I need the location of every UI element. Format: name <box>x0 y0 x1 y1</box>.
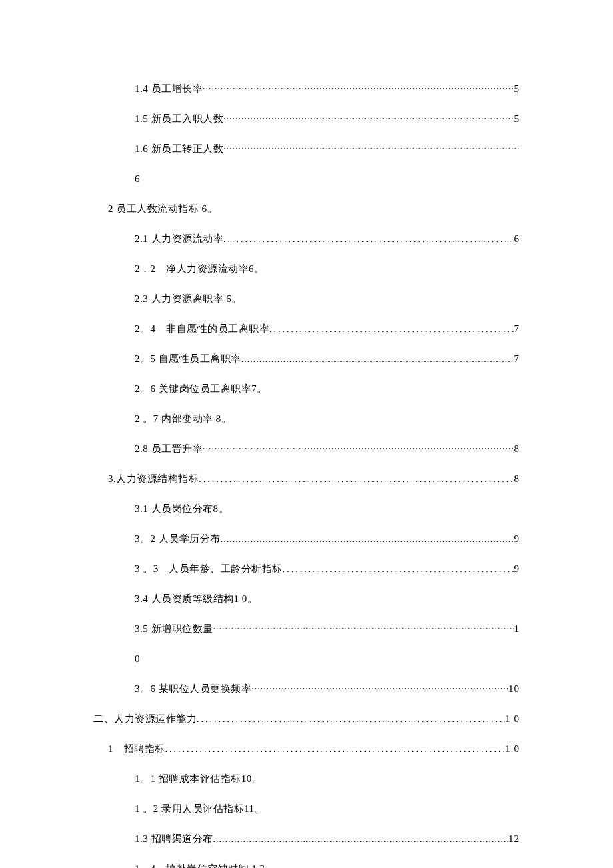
toc-page-number: 5 <box>514 80 520 98</box>
toc-entry: 3.4 人员资质等级结构1 0。 <box>135 590 520 608</box>
toc-entry-text: 1.3 招聘渠道分布 <box>135 830 213 848</box>
toc-entry: 2.8 员工晋升率8 <box>135 440 520 458</box>
toc-leader <box>269 321 514 337</box>
toc-page-number: 1 0 <box>505 710 520 728</box>
toc-leader <box>213 831 509 847</box>
toc-page-number: 8 <box>514 470 520 488</box>
toc-page-number: 9 <box>514 530 520 548</box>
toc-leader <box>251 681 508 697</box>
toc-leader <box>223 141 520 157</box>
toc-leader <box>223 231 514 247</box>
toc-page-number: 1 0 <box>505 740 520 758</box>
toc-page-number: 6 <box>514 230 520 248</box>
toc-entry-text: 3.4 人员资质等级结构1 0。 <box>135 590 257 608</box>
toc-entry: 3.1 人员岗位分布8。 <box>135 500 520 518</box>
toc-entry: 2.1 人力资源流动率6 <box>135 230 520 248</box>
toc-leader <box>197 711 505 727</box>
toc-entry: 2 员工人数流动指标 6。 <box>108 200 520 218</box>
toc-entry: 3.5 新增职位数量1 <box>135 620 520 638</box>
toc-entry-text: 二、人力资源运作能力 <box>93 710 197 728</box>
toc-entry: 1.6 新员工转正人数 <box>135 140 520 158</box>
toc-entry: 2。4 非自愿性的员工离职率7 <box>135 320 520 338</box>
toc-entry: 1．4 填补岗位空缺时间 1 3。 <box>135 860 520 868</box>
toc-entry: 2 。7 内部变动率 8。 <box>135 410 520 428</box>
toc-page-number: 10 <box>508 680 520 698</box>
toc-entry: 1 。2 录用人员评估指标11。 <box>135 800 520 818</box>
toc-entry-text: 2.8 员工晋升率 <box>135 440 203 458</box>
toc-entry-text: 1.5 新员工入职人数 <box>135 110 223 128</box>
toc-leader <box>203 441 514 457</box>
toc-entry: 二、人力资源运作能力 1 0 <box>93 710 520 728</box>
toc-entry-text: 3.人力资源结构指标 <box>108 470 199 488</box>
toc-entry: 3.人力资源结构指标8 <box>108 470 520 488</box>
toc-page-number: 9 <box>514 560 520 578</box>
toc-entry-text: 0 <box>135 653 140 664</box>
toc-page-number: 8 <box>514 440 520 458</box>
toc-entry: 3 。3 人员年龄、工龄分析指标9 <box>135 560 520 578</box>
table-of-contents: 1.4 员工增长率51.5 新员工入职人数51.6 新员工转正人数62 员工人数… <box>93 80 520 868</box>
toc-entry: 2.3 人力资源离职率 6。 <box>135 290 520 308</box>
toc-entry-text: 2.3 人力资源离职率 6。 <box>135 290 242 308</box>
toc-entry: 2．2 净人力资源流动率6。 <box>135 260 520 278</box>
toc-entry: 2。5 自愿性员工离职率 7 <box>135 350 520 368</box>
toc-entry-text: 3.1 人员岗位分布8。 <box>135 500 229 518</box>
toc-page-number: 1 <box>514 620 520 638</box>
toc-entry-text: 3。2 人员学历分布 <box>135 530 221 548</box>
toc-entry-text: 3。6 某职位人员更换频率 <box>135 680 251 698</box>
toc-page-number: 5 <box>514 110 520 128</box>
toc-leader <box>221 531 514 547</box>
toc-entry-text: 1.4 员工增长率 <box>135 80 203 98</box>
toc-page-number: 7 <box>514 350 520 368</box>
toc-entry-text: 2 。7 内部变动率 8。 <box>135 410 231 428</box>
toc-continuation-line: 0 <box>135 650 520 668</box>
toc-entry-text: 2.1 人力资源流动率 <box>135 230 223 248</box>
toc-entry-text: 1 。2 录用人员评估指标11。 <box>135 800 265 818</box>
toc-entry-text: 3.5 新增职位数量 <box>135 620 213 638</box>
toc-entry-text: 1 招聘指标 <box>108 740 165 758</box>
toc-leader <box>213 621 514 637</box>
toc-continuation-line: 6 <box>135 170 520 188</box>
toc-leader <box>203 81 514 97</box>
toc-page-number: 12 <box>508 830 520 848</box>
toc-entry: 1.4 员工增长率5 <box>135 80 520 98</box>
toc-entry-text: 6 <box>135 173 140 184</box>
toc-entry-text: 1．4 填补岗位空缺时间 1 3。 <box>135 860 275 868</box>
toc-page-number: 7 <box>514 320 520 338</box>
toc-entry-text: 3 。3 人员年龄、工龄分析指标 <box>135 560 283 578</box>
toc-entry-text: 2。4 非自愿性的员工离职率 <box>135 320 269 338</box>
toc-entry: 1.3 招聘渠道分布12 <box>135 830 520 848</box>
toc-entry: 3。2 人员学历分布9 <box>135 530 520 548</box>
toc-entry: 1.5 新员工入职人数5 <box>135 110 520 128</box>
toc-entry: 1。1 招聘成本评估指标10。 <box>135 770 520 788</box>
toc-leader <box>165 741 506 757</box>
toc-entry: 3。6 某职位人员更换频率10 <box>135 680 520 698</box>
toc-entry: 2。6 关键岗位员工离职率7。 <box>135 380 520 398</box>
toc-leader <box>223 111 514 127</box>
toc-entry-text: 2。6 关键岗位员工离职率7。 <box>135 380 267 398</box>
toc-leader <box>283 561 514 577</box>
toc-entry-text: 2 员工人数流动指标 6。 <box>108 200 217 218</box>
toc-leader <box>241 351 514 367</box>
toc-entry-text: 2．2 净人力资源流动率6。 <box>135 260 265 278</box>
toc-entry-text: 1。1 招聘成本评估指标10。 <box>135 770 262 788</box>
toc-leader <box>199 471 514 487</box>
toc-entry-text: 1.6 新员工转正人数 <box>135 140 223 158</box>
toc-entry-text: 2。5 自愿性员工离职率 <box>135 350 241 368</box>
toc-entry: 1 招聘指标1 0 <box>108 740 520 758</box>
